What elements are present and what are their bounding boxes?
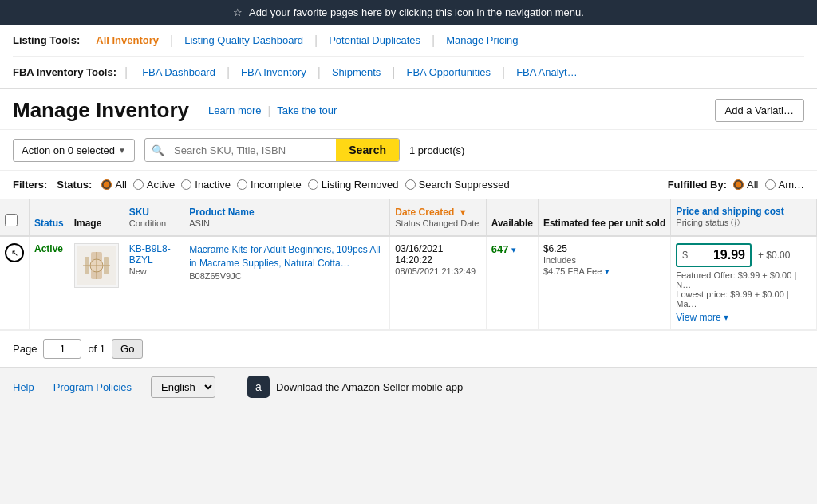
nav-manage-pricing[interactable]: Manage Pricing (436, 31, 527, 49)
nav-shipments[interactable]: Shipments (322, 63, 390, 81)
nav-all-inventory[interactable]: All Inventory (86, 31, 168, 49)
th-image: Image (69, 199, 124, 236)
th-price: Price and shipping cost Pricing status ⓘ (671, 199, 817, 236)
row-date: 03/16/2021 14:20:22 08/05/2021 21:32:49 (390, 236, 486, 330)
th-available[interactable]: Available (486, 199, 538, 236)
nav-fba-dashboard[interactable]: FBA Dashboard (132, 63, 225, 81)
filters-row: Filters: Status: All Active Inactive Inc… (0, 171, 817, 199)
table-header-row: Status Image SKU Condition Product Name … (0, 199, 817, 236)
fulfilled-am-radio[interactable]: Am… (765, 179, 805, 191)
th-date-created[interactable]: Date Created ▼ Status Changed Date (390, 199, 486, 236)
cursor-circle: ↖ (5, 243, 24, 262)
th-fee: Estimated fee per unit sold (538, 199, 670, 236)
nav-fba-opportunities[interactable]: FBA Opportunities (397, 63, 500, 81)
price-dollar-sign: $ (682, 250, 688, 261)
search-input[interactable] (171, 140, 336, 161)
status-inactive-radio[interactable]: Inactive (181, 179, 231, 191)
nav-listing-quality[interactable]: Listing Quality Dashboard (175, 31, 313, 49)
app-logo: a (255, 380, 262, 393)
product-name-link[interactable]: Macrame Kits for Adult Beginners, 109pcs… (189, 244, 380, 269)
search-button[interactable]: Search (336, 139, 399, 161)
table-row: ↖ Active (0, 236, 817, 330)
action-select-label: Action on 0 selected (22, 144, 115, 156)
plus-shipping-text: + $0.00 (758, 250, 790, 261)
nav-fba-inventory[interactable]: FBA Inventory (231, 63, 316, 81)
fee-chevron-icon[interactable]: ▾ (605, 266, 610, 276)
fba-tools-label: FBA Inventory Tools: (13, 66, 116, 78)
add-variation-button[interactable]: Add a Variati… (715, 99, 804, 122)
app-badge: a Download the Amazon Seller mobile app (247, 376, 463, 398)
price-input[interactable] (689, 248, 745, 262)
page-title: Manage Inventory (13, 98, 189, 123)
pagination-row: Page of 1 Go (0, 330, 817, 367)
available-count: 647 (491, 243, 509, 255)
status-listing-removed-radio[interactable]: Listing Removed (308, 179, 399, 191)
fee-includes: Includes (543, 255, 576, 265)
footer: Help Program Policies English a Download… (0, 367, 817, 406)
fee-main: $6.25 (543, 243, 567, 254)
price-input-wrap: $ (676, 243, 752, 267)
status-all-radio[interactable]: All (101, 179, 126, 191)
take-tour-link[interactable]: Take the tour (277, 104, 337, 116)
status-active-radio[interactable]: Active (133, 179, 175, 191)
page-number-input[interactable] (43, 339, 81, 359)
page-header: Manage Inventory Learn more | Take the t… (0, 89, 817, 130)
status-incomplete-radio[interactable]: Incomplete (237, 179, 302, 191)
filters-label: Filters: (13, 179, 47, 191)
bookmark-icon: ☆ (233, 6, 243, 18)
app-icon: a (247, 376, 270, 398)
nav-fba-analytics[interactable]: FBA Analyt… (507, 63, 587, 81)
price-input-row: $ + $0.00 (676, 243, 811, 267)
th-product-name[interactable]: Product Name ASIN (184, 199, 390, 236)
status-active-label: Active (34, 243, 63, 254)
row-fee: $6.25 Includes $4.75 FBA Fee ▾ (538, 236, 670, 330)
top-banner: ☆ Add your favorite pages here by clicki… (0, 0, 817, 25)
product-img-placeholder (77, 246, 116, 285)
fee-fba: $4.75 FBA Fee (543, 266, 602, 276)
language-select[interactable]: English (151, 376, 215, 398)
fulfilled-all-radio[interactable]: All (733, 179, 758, 191)
row-status: Active (30, 236, 69, 330)
program-policies-link[interactable]: Program Policies (53, 381, 132, 393)
row-image (69, 236, 124, 330)
sku-link[interactable]: KB-B9L8-BZYL (129, 243, 171, 266)
search-wrapper: 🔍 Search (144, 138, 400, 162)
page-header-links: Learn more | Take the tour (208, 104, 337, 117)
product-count: 1 product(s) (409, 144, 464, 156)
row-available: 647 ▾ (486, 236, 538, 330)
th-status[interactable]: Status (30, 199, 69, 236)
chevron-down-icon: ▾ (724, 312, 728, 323)
status-search-suppressed-radio[interactable]: Search Suppressed (405, 179, 510, 191)
date-created: 03/16/2021 14:20:22 (395, 243, 443, 266)
page-label: Page (13, 343, 37, 355)
go-button[interactable]: Go (112, 339, 143, 359)
nav-potential-duplicates[interactable]: Potential Duplicates (319, 31, 430, 49)
toolbar: Action on 0 selected ▼ 🔍 Search 1 produc… (0, 130, 817, 171)
status-filter-label: Status: (57, 179, 92, 191)
asin-text: B08Z65V9JC (189, 271, 241, 281)
cursor-icon: ↖ (11, 248, 18, 258)
th-sku[interactable]: SKU Condition (124, 199, 184, 236)
fulfilled-by-label: Fulfilled By: (668, 179, 727, 191)
chevron-down-icon: ▼ (118, 146, 126, 155)
select-all-header[interactable] (0, 199, 30, 236)
row-product-name: Macrame Kits for Adult Beginners, 109pcs… (184, 236, 390, 330)
status-filter-group: All Active Inactive Incomplete Listing R… (101, 179, 509, 191)
available-chevron-icon[interactable]: ▾ (511, 245, 516, 254)
view-more-link[interactable]: View more ▾ (676, 312, 811, 323)
app-download-text: Download the Amazon Seller mobile app (276, 381, 463, 393)
condition-text: New (129, 266, 147, 276)
help-link[interactable]: Help (13, 381, 34, 393)
select-all-checkbox[interactable] (5, 214, 18, 226)
date-status-changed: 08/05/2021 21:32:49 (395, 266, 476, 276)
listing-tools-label: Listing Tools: (13, 34, 80, 46)
of-label: of 1 (88, 343, 105, 355)
learn-more-link[interactable]: Learn more (208, 104, 261, 116)
action-select[interactable]: Action on 0 selected ▼ (13, 139, 135, 162)
row-checkbox-cell[interactable]: ↖ (0, 236, 30, 330)
fulfilled-by-group: Fulfilled By: All Am… (668, 179, 804, 191)
row-sku: KB-B9L8-BZYL New (124, 236, 184, 330)
row-price: $ + $0.00 Featured Offer: $9.99 + $0.00 … (671, 236, 817, 330)
inventory-table-container: Status Image SKU Condition Product Name … (0, 199, 817, 330)
search-icon: 🔍 (145, 140, 171, 161)
